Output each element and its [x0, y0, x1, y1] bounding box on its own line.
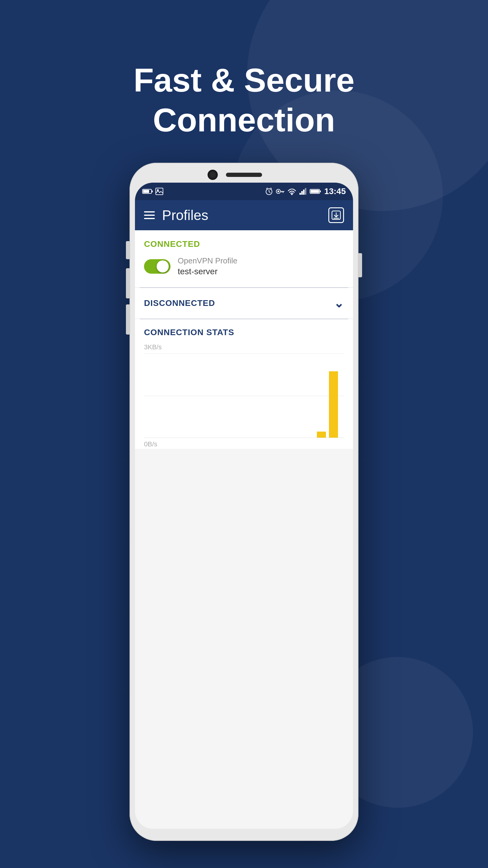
hamburger-line-2: [144, 215, 155, 216]
hamburger-line-3: [144, 218, 155, 219]
vpn-toggle[interactable]: [144, 259, 170, 274]
connected-section: CONNECTED OpenVPN Profile test-server: [135, 230, 353, 287]
svg-point-11: [278, 190, 279, 192]
front-camera: [208, 170, 217, 179]
phone-mockup: 13:45 Profiles: [130, 163, 358, 841]
phone-top-bar: [135, 168, 353, 183]
time-display: 13:45: [324, 187, 346, 196]
earpiece-speaker: [226, 173, 262, 177]
stats-label: CONNECTION STATS: [144, 328, 344, 337]
chart-grid-top: [144, 353, 344, 354]
divider-1: [140, 287, 348, 288]
chart-bar-small: [317, 432, 326, 438]
connected-label: CONNECTED: [144, 239, 344, 249]
app-bar-title: Profiles: [162, 207, 208, 223]
app-content: CONNECTED OpenVPN Profile test-server: [135, 230, 353, 449]
phone-outer: 13:45 Profiles: [130, 163, 358, 841]
power-button: [358, 253, 362, 277]
disconnected-section[interactable]: DISCONNECTED ⌄: [135, 288, 353, 319]
toggle-knob: [157, 260, 169, 273]
alarm-icon: [265, 187, 273, 195]
connected-profile-item: OpenVPN Profile test-server: [144, 256, 344, 281]
svg-rect-22: [311, 190, 319, 193]
chart-grid-mid: [144, 396, 344, 396]
silent-button: [126, 241, 130, 259]
svg-rect-21: [320, 190, 321, 192]
battery-small-icon: [142, 188, 153, 194]
signal-icon: [299, 188, 307, 195]
svg-rect-2: [143, 190, 149, 193]
chart-y-bottom: 0B/s: [144, 440, 344, 448]
import-button[interactable]: [328, 207, 344, 223]
volume-down-button: [126, 304, 130, 335]
profile-type: OpenVPN Profile: [178, 256, 237, 266]
stats-chart: 3KB/s 0B/s: [144, 343, 344, 449]
menu-button[interactable]: [144, 211, 155, 219]
image-icon: [156, 188, 163, 195]
svg-rect-18: [303, 190, 304, 195]
profile-name: test-server: [178, 267, 237, 276]
svg-rect-1: [152, 190, 153, 192]
status-bar: 13:45: [135, 183, 353, 200]
svg-rect-17: [301, 191, 303, 195]
disconnected-label: DISCONNECTED: [144, 299, 215, 308]
hero-line1: Fast & Secure: [0, 60, 488, 100]
volume-up-button: [126, 268, 130, 299]
app-bar: Profiles: [135, 200, 353, 230]
chart-y-top: 3KB/s: [144, 343, 344, 351]
svg-rect-3: [156, 188, 163, 195]
chevron-down-icon: ⌄: [334, 296, 344, 310]
stats-section: CONNECTION STATS 3KB/s 0B/s: [135, 319, 353, 449]
phone-screen: 13:45 Profiles: [135, 183, 353, 829]
battery-status-icon: [310, 188, 321, 194]
profile-info: OpenVPN Profile test-server: [178, 256, 237, 276]
svg-point-15: [291, 194, 293, 195]
status-bar-left: [142, 188, 163, 195]
chart-area: [144, 353, 344, 438]
svg-line-8: [266, 188, 267, 189]
svg-line-9: [270, 188, 272, 189]
svg-rect-16: [299, 193, 301, 195]
chart-bar-main: [329, 371, 338, 438]
svg-line-7: [269, 192, 270, 193]
status-bar-right: 13:45: [265, 187, 346, 196]
divider-2: [140, 319, 348, 319]
hamburger-line-1: [144, 211, 155, 213]
wifi-status-icon: [287, 188, 296, 195]
vpn-key-icon: [276, 188, 284, 195]
app-bar-left: Profiles: [144, 207, 208, 223]
hero-line2: Connection: [0, 100, 488, 140]
hero-text: Fast & Secure Connection: [0, 60, 488, 140]
svg-rect-19: [305, 188, 306, 195]
